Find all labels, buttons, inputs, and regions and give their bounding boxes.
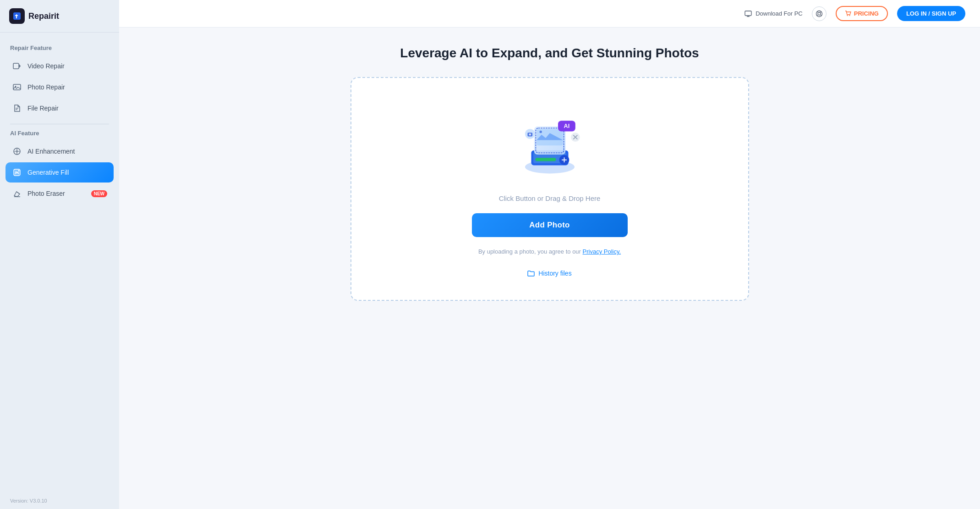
file-repair-icon	[12, 103, 22, 113]
svg-line-21	[817, 15, 818, 16]
history-files-button[interactable]: History files	[527, 270, 571, 277]
sidebar-item-file-repair[interactable]: File Repair	[5, 98, 114, 118]
svg-point-33	[539, 131, 542, 133]
ai-enhancement-label: AI Enhancement	[27, 148, 75, 155]
photo-eraser-label: Photo Eraser	[27, 190, 65, 197]
ai-section-title: AI Feature	[5, 130, 114, 141]
sidebar: Repairit Repair Feature Video Repair Pho…	[0, 0, 119, 509]
folder-icon	[527, 270, 535, 277]
history-label: History files	[538, 270, 571, 277]
sidebar-item-generative-fill[interactable]: Generative Fill	[5, 162, 114, 183]
svg-line-20	[821, 15, 821, 16]
support-icon	[816, 10, 823, 17]
privacy-policy-link[interactable]: Privacy Policy.	[583, 248, 621, 255]
svg-point-17	[818, 12, 821, 15]
svg-point-39	[529, 133, 531, 136]
svg-line-18	[817, 11, 818, 12]
svg-point-8	[16, 150, 18, 153]
svg-rect-1	[13, 63, 19, 69]
ai-illustration: AI	[509, 101, 591, 183]
generative-fill-icon	[12, 167, 22, 177]
section-divider	[10, 124, 109, 124]
main-content: Leverage AI to Expand, and Get Stunning …	[119, 28, 980, 509]
new-badge: NEW	[91, 190, 107, 197]
download-label: Download For PC	[756, 10, 803, 17]
app-logo-icon	[9, 8, 25, 24]
header: Download For PC PRICING LOG IN / SIGN UP	[119, 0, 980, 28]
video-repair-label: Video Repair	[27, 62, 65, 70]
svg-rect-3	[13, 84, 21, 90]
svg-rect-27	[535, 158, 556, 161]
ai-enhancement-icon	[12, 146, 22, 156]
svg-line-19	[821, 11, 821, 12]
pricing-label: PRICING	[854, 10, 879, 17]
cart-icon	[845, 11, 851, 17]
monitor-icon	[745, 10, 752, 17]
add-photo-button[interactable]: Add Photo	[472, 213, 628, 237]
photo-repair-label: Photo Repair	[27, 83, 65, 91]
video-repair-icon	[12, 61, 22, 71]
svg-point-23	[849, 15, 850, 16]
app-logo-text: Repairit	[28, 11, 59, 21]
file-repair-label: File Repair	[27, 105, 59, 112]
version-text: Version: V3.0.10	[0, 492, 119, 509]
repair-section-title: Repair Feature	[5, 44, 114, 56]
sidebar-item-photo-eraser[interactable]: Photo Eraser NEW	[5, 183, 114, 204]
sidebar-item-ai-enhancement[interactable]: AI Enhancement	[5, 141, 114, 161]
photo-repair-icon	[12, 82, 22, 92]
page-title: Leverage AI to Expand, and Get Stunning …	[400, 46, 699, 61]
sidebar-item-photo-repair[interactable]: Photo Repair	[5, 77, 114, 97]
upload-dropzone[interactable]: AI Click Bu	[350, 77, 749, 301]
pricing-button[interactable]: PRICING	[836, 6, 888, 21]
svg-marker-2	[19, 64, 21, 68]
svg-line-11	[16, 192, 20, 194]
sidebar-nav: Repair Feature Video Repair Photo Repair	[0, 33, 119, 492]
drop-hint: Click Button or Drag & Drop Here	[499, 194, 601, 202]
svg-rect-13	[745, 11, 751, 16]
support-button[interactable]	[812, 6, 827, 21]
download-button[interactable]: Download For PC	[745, 10, 803, 17]
svg-text:AI: AI	[564, 123, 569, 129]
svg-point-22	[847, 15, 848, 16]
sidebar-logo: Repairit	[0, 0, 119, 33]
policy-text: By uploading a photo, you agree to our P…	[478, 248, 621, 255]
sidebar-item-video-repair[interactable]: Video Repair	[5, 56, 114, 76]
login-button[interactable]: LOG IN / SIGN UP	[897, 6, 965, 21]
main-area: Download For PC PRICING LOG IN / SIGN UP	[119, 0, 980, 509]
photo-eraser-icon	[12, 188, 22, 199]
generative-fill-label: Generative Fill	[27, 169, 69, 176]
svg-point-10	[18, 170, 20, 172]
login-label: LOG IN / SIGN UP	[906, 10, 956, 17]
